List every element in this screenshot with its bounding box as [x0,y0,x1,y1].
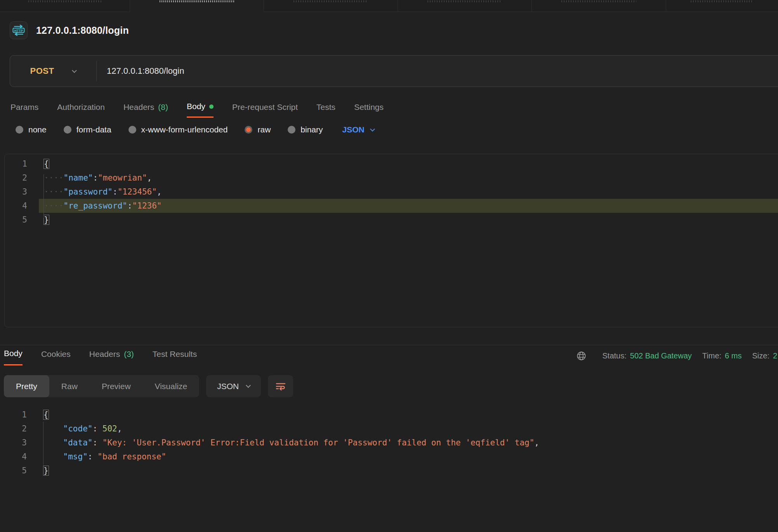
code-token: : [113,187,118,196]
response-toolbar: Pretty Raw Preview Visualize JSON [4,375,293,397]
view-preview-button[interactable]: Preview [90,375,143,397]
tab-headers[interactable]: Headers(8) [123,102,168,118]
code-line-content: ····"password":"123456", [39,185,778,199]
window-tab[interactable] [264,0,398,12]
code-line: 1{ [4,408,778,422]
code-token: "meowrian" [98,173,147,183]
response-tab-body[interactable]: Body [4,349,23,365]
status-value: 502 Bad Gateway [630,351,692,360]
code-line: 3 "data": "Key: 'User.Password' Error:Fi… [4,436,778,450]
line-number: 4 [5,199,27,213]
view-raw-button[interactable]: Raw [49,375,90,397]
method-selector[interactable]: POST [10,56,96,87]
response-tab-cookies[interactable]: Cookies [41,349,71,365]
response-body-viewer[interactable]: 1{2 "code": 502,3 "data": "Key: 'User.Pa… [4,408,778,478]
code-token [92,452,97,461]
wrap-text-button[interactable] [268,375,293,397]
code-token: ···· [44,187,64,196]
code-token: : [88,452,93,461]
code-token: ···· [44,173,64,183]
size-label: Size: [752,351,769,360]
tab-tests[interactable]: Tests [316,102,335,118]
chevron-down-icon [72,68,77,73]
globe-icon [576,351,587,361]
view-mode-switch: Pretty Raw Preview Visualize [4,375,199,397]
code-line: 3····"password":"123456", [5,185,778,199]
response-tab-test-results[interactable]: Test Results [153,349,197,365]
radio-form-data[interactable]: form-data [64,125,111,134]
radio-selected-icon [245,126,252,134]
line-number: 2 [4,422,27,436]
code-token: : [127,201,132,210]
response-body-panel: 1{2 "code": 502,3 "data": "Key: 'User.Pa… [4,408,778,489]
code-token [43,424,63,433]
code-token: 502 [102,424,117,433]
request-body-editor[interactable]: 1{2····"name":"meowrian",3····"password"… [5,157,778,227]
code-line-content: } [39,213,778,227]
radio-raw[interactable]: raw [245,125,271,134]
response-format-dropdown[interactable]: JSON [206,375,261,397]
radio-x-www-form-urlencoded[interactable]: x-www-form-urlencoded [129,125,228,134]
radio-icon [64,126,71,134]
line-number: 5 [5,213,27,227]
response-tab-headers[interactable]: Headers(3) [89,349,134,365]
headers-count-badge: (8) [158,103,168,112]
code-line: 2 "code": 502, [4,422,778,436]
tab-authorization[interactable]: Authorization [57,102,105,118]
code-line: 5} [5,213,778,227]
window-tab[interactable] [398,0,532,12]
window-tab[interactable] [666,0,778,12]
tab-prerequest-script[interactable]: Pre-request Script [232,102,298,118]
request-body-editor-panel: 1{2····"name":"meowrian",3····"password"… [4,154,778,327]
response-meta: Status: 502 Bad Gateway Time: 6 ms Size:… [576,351,777,361]
code-token: } [44,215,49,224]
radio-binary[interactable]: binary [288,125,323,134]
tab-params[interactable]: Params [10,102,38,118]
code-token: "123456" [118,187,157,196]
http-request-icon: HTTP [10,21,28,39]
tab-body[interactable]: Body [187,102,214,118]
window-tab[interactable] [130,0,264,12]
chevron-down-icon [246,383,251,388]
request-title: 127.0.0.1:8080/login [36,25,129,36]
line-number: 3 [4,436,27,450]
code-token: , [534,438,539,447]
code-token: , [117,424,122,433]
api-client-window: HTTP 127.0.0.1:8080/login POST 127.0.0.1… [0,0,778,532]
code-line-content: "code": 502, [38,422,778,436]
status-field: Status: 502 Bad Gateway [603,351,692,360]
window-tab[interactable] [0,0,130,12]
code-token: : [93,173,98,183]
request-tabs: Params Authorization Headers(8) Body Pre… [10,102,384,118]
code-token: "re_password" [64,201,127,210]
svg-text:HTTP: HTTP [14,29,23,33]
body-format-dropdown[interactable]: JSON [342,125,374,134]
code-token: "1236" [132,201,162,210]
radio-none[interactable]: none [16,125,47,134]
line-number: 2 [5,171,27,185]
response-tabs: Body Cookies Headers(3) Test Results [4,349,197,365]
code-line-content: { [38,408,778,422]
url-input[interactable]: 127.0.0.1:8080/login [97,56,778,87]
code-line-content: "data": "Key: 'User.Password' Error:Fiel… [38,436,778,450]
view-visualize-button[interactable]: Visualize [143,375,200,397]
code-line: 2····"name":"meowrian", [5,171,778,185]
code-token: "bad response" [97,452,166,461]
code-line-content: ····"re_password":"1236" [39,199,778,213]
line-number: 1 [5,157,27,171]
line-number: 3 [5,185,27,199]
code-line-content: "msg": "bad response" [38,450,778,464]
code-line-content: ····"name":"meowrian", [39,171,778,185]
size-field: Size: 2 [752,351,777,360]
body-type-row: none form-data x-www-form-urlencoded raw… [16,125,374,134]
line-number: 1 [4,408,27,422]
view-pretty-button[interactable]: Pretty [4,375,49,397]
tab-settings[interactable]: Settings [354,102,384,118]
window-tab[interactable] [532,0,666,12]
response-headers-count-badge: (3) [124,349,134,359]
code-token: , [157,187,162,196]
time-value: 6 ms [725,351,742,360]
code-token: "password" [64,187,113,196]
status-label: Status: [603,351,627,360]
code-token: "code" [63,424,93,433]
